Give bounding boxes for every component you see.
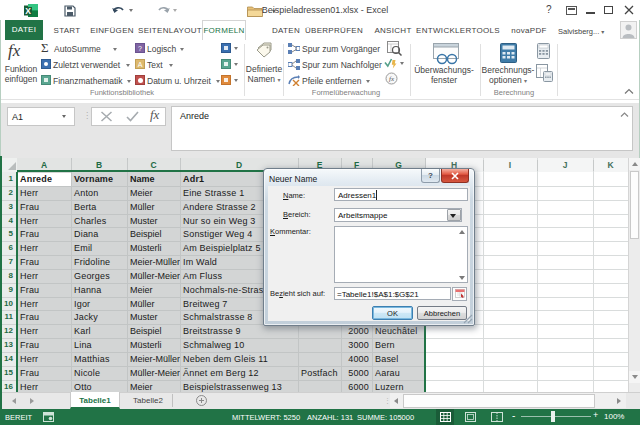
svg-text:X: X [25, 6, 31, 16]
svg-text:fx: fx [389, 75, 395, 83]
